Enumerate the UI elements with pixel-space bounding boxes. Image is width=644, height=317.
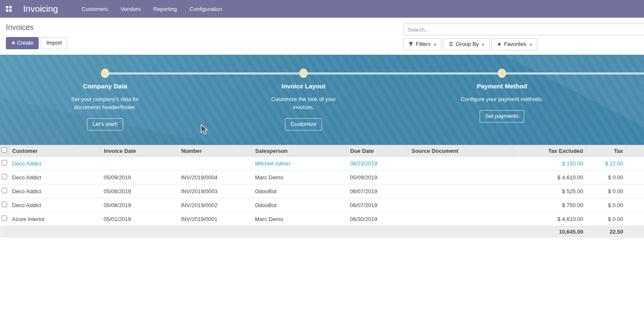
column-header-invoice-date[interactable]: Invoice Date	[100, 145, 178, 157]
cell-due-date[interactable]: 06/07/2019	[347, 184, 408, 198]
column-header-number[interactable]: Number	[178, 145, 252, 157]
cell-invoice-date[interactable]: 05/08/2019	[100, 198, 178, 212]
table-row[interactable]: Azure Interior 05/01/2019 INV/2019/0001 …	[0, 212, 644, 226]
row-checkbox[interactable]	[2, 202, 7, 207]
lets-start-button[interactable]: Let's start!	[87, 118, 123, 131]
set-payments-button[interactable]: Set payments	[480, 110, 524, 123]
create-button[interactable]: ✚Create	[6, 37, 39, 49]
cell-tax[interactable]: $ 22.50	[587, 157, 627, 170]
cell-due-date[interactable]: 06/23/2019	[347, 157, 408, 170]
search-panel: Filters ▾ ☰ Group By ▾ ★ Favorites ▾	[403, 24, 644, 51]
select-all-checkbox[interactable]	[2, 147, 7, 153]
column-header-spacer	[627, 145, 644, 157]
cell-due-date[interactable]: 06/30/2019	[347, 212, 408, 226]
nav-menu-reporting[interactable]: Reporting	[153, 6, 177, 12]
search-input[interactable]	[403, 24, 644, 35]
onboarding-step-dot	[498, 69, 506, 78]
cell-source-document[interactable]	[408, 157, 513, 170]
control-panel: Invoices ✚Create Import Filters ▾ ☰ Grou…	[0, 18, 644, 55]
cell-number[interactable]: INV/2019/0001	[178, 212, 252, 226]
cell-number[interactable]: INV/2019/0002	[178, 198, 252, 212]
column-header-due-date[interactable]: Due Date	[347, 145, 408, 157]
row-select-cell	[0, 170, 9, 184]
row-select-cell	[0, 198, 9, 212]
footer-empty-cell	[408, 226, 513, 237]
column-header-tax-excluded[interactable]: Tax Excluded	[513, 145, 587, 157]
apps-grid-icon[interactable]	[6, 6, 12, 12]
action-buttons: ✚Create Import	[6, 37, 67, 49]
cell-number[interactable]	[178, 157, 252, 170]
cell-customer[interactable]: Deco Addict	[9, 170, 100, 184]
cell-source-document[interactable]	[408, 170, 513, 184]
column-header-source-document[interactable]: Source Document	[408, 145, 513, 157]
cell-tax-excluded[interactable]: $ 525.00	[513, 184, 587, 198]
table-row[interactable]: Deco Addict Mitchell Admin 06/23/2019 $ …	[0, 157, 644, 170]
cell-tax-excluded[interactable]: $ 750.00	[513, 198, 587, 212]
onboarding-progress-line	[105, 72, 644, 75]
cell-spacer	[627, 184, 644, 198]
cell-customer[interactable]: Deco Addict	[9, 157, 100, 170]
group-by-button[interactable]: ☰ Group By ▾	[443, 38, 490, 51]
cell-salesperson[interactable]: OdooBot	[252, 184, 347, 198]
cell-invoice-date[interactable]: 05/01/2019	[100, 212, 178, 226]
create-button-label: Create	[17, 40, 33, 46]
caret-down-icon: ▾	[530, 42, 532, 47]
cell-tax[interactable]: $ 0.00	[587, 212, 627, 226]
app-title: Invoicing	[23, 4, 58, 14]
cell-tax[interactable]: $ 0.00	[587, 198, 627, 212]
plus-icon: ✚	[11, 40, 15, 45]
cell-tax-excluded[interactable]: $ 4,610.00	[513, 212, 587, 226]
import-button[interactable]: Import	[41, 37, 67, 49]
cell-source-document[interactable]	[408, 198, 513, 212]
column-header-salesperson[interactable]: Salesperson	[252, 145, 347, 157]
step-title: Payment Method	[443, 83, 561, 90]
column-header-customer[interactable]: Customer	[9, 145, 100, 157]
cell-salesperson[interactable]: Mitchell Admin	[252, 157, 347, 170]
search-facet-buttons: Filters ▾ ☰ Group By ▾ ★ Favorites ▾	[403, 38, 644, 51]
favorites-button[interactable]: ★ Favorites ▾	[491, 38, 537, 51]
cell-invoice-date[interactable]: 05/08/2019	[100, 184, 178, 198]
nav-menu-vendors[interactable]: Vendors	[121, 6, 141, 12]
cell-source-document[interactable]	[408, 212, 513, 226]
row-checkbox[interactable]	[2, 160, 7, 165]
cell-tax-excluded[interactable]: $ 150.00	[513, 157, 587, 170]
cell-spacer	[627, 170, 644, 184]
customize-button[interactable]: Customize	[285, 118, 322, 131]
step-title: Company Data	[46, 83, 164, 90]
nav-menu-configuration[interactable]: Configuration	[190, 6, 222, 12]
column-header-tax[interactable]: Tax	[587, 145, 627, 157]
cell-invoice-date[interactable]	[100, 157, 178, 170]
invoices-table: Customer Invoice Date Number Salesperson…	[0, 145, 644, 237]
cell-salesperson[interactable]: OdooBot	[252, 198, 347, 212]
cell-source-document[interactable]	[408, 184, 513, 198]
step-description: Configure your payment methods.	[451, 95, 552, 103]
table-row[interactable]: Deco Addict 05/08/2019 INV/2019/0003 Odo…	[0, 184, 644, 198]
nav-menu-customers[interactable]: Customers	[82, 6, 108, 12]
invoicing-app-screen: Invoicing Customers Vendors Reporting Co…	[0, 0, 644, 317]
footer-empty-cell	[178, 226, 252, 237]
favorites-button-label: Favorites	[504, 41, 526, 48]
cell-salesperson[interactable]: Marc Demo	[252, 170, 347, 184]
row-checkbox[interactable]	[2, 188, 7, 193]
group-by-button-label: Group By	[456, 41, 479, 48]
cell-tax-excluded[interactable]: $ 4,610.00	[513, 170, 587, 184]
cell-due-date[interactable]: 06/07/2019	[347, 198, 408, 212]
cell-customer[interactable]: Azure Interior	[9, 212, 100, 226]
table-row[interactable]: Deco Addict 05/08/2019 INV/2019/0002 Odo…	[0, 198, 644, 212]
footer-empty-cell	[627, 226, 644, 237]
cell-number[interactable]: INV/2019/0003	[178, 184, 252, 198]
cell-customer[interactable]: Deco Addict	[9, 184, 100, 198]
table-row[interactable]: Deco Addict 05/09/2019 INV/2019/0004 Mar…	[0, 170, 644, 184]
cell-customer[interactable]: Deco Addict	[9, 198, 100, 212]
row-checkbox[interactable]	[2, 216, 7, 221]
row-checkbox[interactable]	[2, 174, 7, 179]
onboarding-banner: Company Data Set your company's data for…	[0, 55, 644, 145]
cell-invoice-date[interactable]: 05/09/2019	[100, 170, 178, 184]
filters-button[interactable]: Filters ▾	[403, 38, 441, 51]
cell-salesperson[interactable]: Marc Demo	[252, 212, 347, 226]
cell-number[interactable]: INV/2019/0004	[178, 170, 252, 184]
onboarding-step-dot	[101, 69, 109, 78]
cell-due-date[interactable]: 05/09/2019	[347, 170, 408, 184]
cell-tax[interactable]: $ 0.00	[587, 184, 627, 198]
cell-tax[interactable]: $ 0.00	[587, 170, 627, 184]
